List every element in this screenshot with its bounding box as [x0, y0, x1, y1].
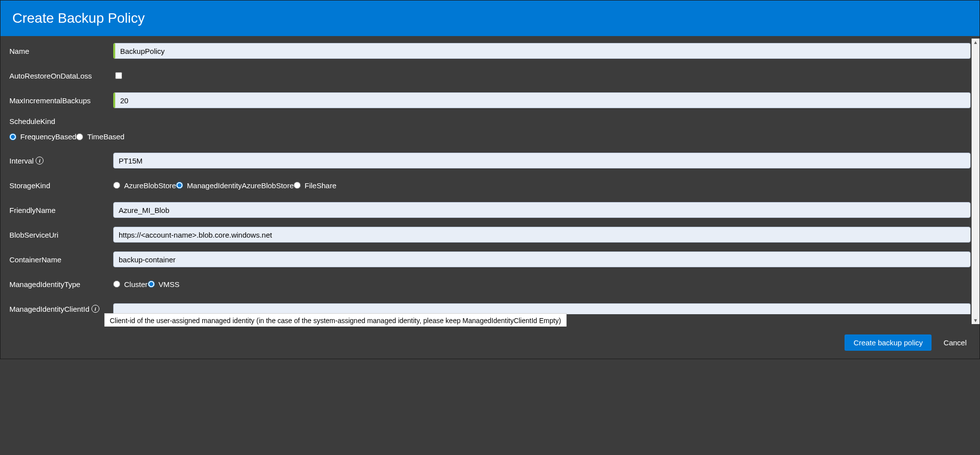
info-icon[interactable]: i: [36, 157, 44, 165]
create-backup-policy-button[interactable]: Create backup policy: [845, 334, 932, 351]
radiogroup-storagekind: AzureBlobStore ManagedIdentityAzureBlobS…: [113, 181, 971, 190]
label-autorestore: AutoRestoreOnDataLoss: [9, 72, 113, 80]
row-blobserviceuri: BlobServiceUri: [9, 227, 971, 243]
row-name: Name: [9, 43, 971, 59]
row-storagekind: StorageKind AzureBlobStore ManagedIdenti…: [9, 177, 971, 193]
radio-frequencybased[interactable]: [9, 133, 16, 140]
label-maxincremental: MaxIncrementalBackups: [9, 96, 113, 105]
radiolabel-vmss: VMSS: [159, 280, 180, 289]
label-schedulekind: ScheduleKind: [9, 117, 971, 125]
radio-managedidentityazureblobstore[interactable]: [176, 182, 183, 189]
row-managedidentityclientid: ManagedIdentityClientId i Client-id of t…: [9, 301, 971, 317]
label-storagekind: StorageKind: [9, 181, 113, 190]
vertical-scrollbar[interactable]: ▲ ▼: [972, 39, 980, 324]
radiolabel-azureblobstore: AzureBlobStore: [124, 181, 176, 190]
input-blobserviceuri[interactable]: [113, 227, 971, 243]
input-maxincremental[interactable]: [113, 92, 971, 108]
scroll-up-icon[interactable]: ▲: [973, 39, 978, 46]
radio-vmss[interactable]: [148, 281, 155, 288]
label-interval: Interval i: [9, 157, 113, 165]
input-containername[interactable]: [113, 251, 971, 267]
radiolabel-frequencybased: FrequencyBased: [20, 132, 76, 141]
create-backup-policy-dialog: Create Backup Policy Name AutoRestoreOnD…: [0, 0, 980, 359]
input-interval[interactable]: [113, 153, 971, 168]
label-blobserviceuri: BlobServiceUri: [9, 231, 113, 239]
row-interval: Interval i: [9, 153, 971, 168]
radio-timebased[interactable]: [76, 133, 83, 140]
row-containername: ContainerName: [9, 251, 971, 267]
row-friendlyname: FriendlyName: [9, 202, 971, 218]
label-managedidentityclientid: ManagedIdentityClientId i: [9, 305, 113, 313]
labeltext-managedidentityclientid: ManagedIdentityClientId: [9, 305, 89, 313]
dialog-title: Create Backup Policy: [0, 0, 980, 36]
radio-cluster[interactable]: [113, 281, 120, 288]
radiogroup-managedidentitytype: Cluster VMSS: [113, 280, 971, 289]
scroll-down-icon[interactable]: ▼: [973, 317, 978, 324]
radio-azureblobstore[interactable]: [113, 182, 120, 189]
input-name[interactable]: [113, 43, 971, 59]
checkbox-autorestore[interactable]: [115, 72, 122, 79]
radiolabel-timebased: TimeBased: [87, 132, 124, 141]
radio-fileshare[interactable]: [294, 182, 301, 189]
label-containername: ContainerName: [9, 255, 113, 264]
label-managedidentitytype: ManagedIdentityType: [9, 280, 113, 289]
dialog-footer: Create backup policy Cancel: [0, 327, 980, 359]
dialog-body: Name AutoRestoreOnDataLoss MaxIncrementa…: [0, 36, 980, 327]
label-friendlyname: FriendlyName: [9, 206, 113, 214]
radiolabel-cluster: Cluster: [124, 280, 148, 289]
radiolabel-managedidentityazureblobstore: ManagedIdentityAzureBlobStore: [187, 181, 294, 190]
input-managedidentityclientid[interactable]: [113, 303, 971, 314]
row-maxincremental: MaxIncrementalBackups: [9, 92, 971, 108]
row-autorestore: AutoRestoreOnDataLoss: [9, 68, 971, 83]
info-icon[interactable]: i: [91, 305, 99, 313]
label-name: Name: [9, 47, 113, 55]
labeltext-interval: Interval: [9, 157, 34, 165]
cancel-button[interactable]: Cancel: [941, 334, 969, 351]
row-managedidentitytype: ManagedIdentityType Cluster VMSS: [9, 276, 971, 292]
radiogroup-schedulekind: FrequencyBased TimeBased: [9, 132, 971, 141]
tooltip-managedidentityclientid: Client-id of the user-assigned managed i…: [104, 313, 567, 327]
input-friendlyname[interactable]: [113, 202, 971, 218]
radiolabel-fileshare: FileShare: [305, 181, 336, 190]
